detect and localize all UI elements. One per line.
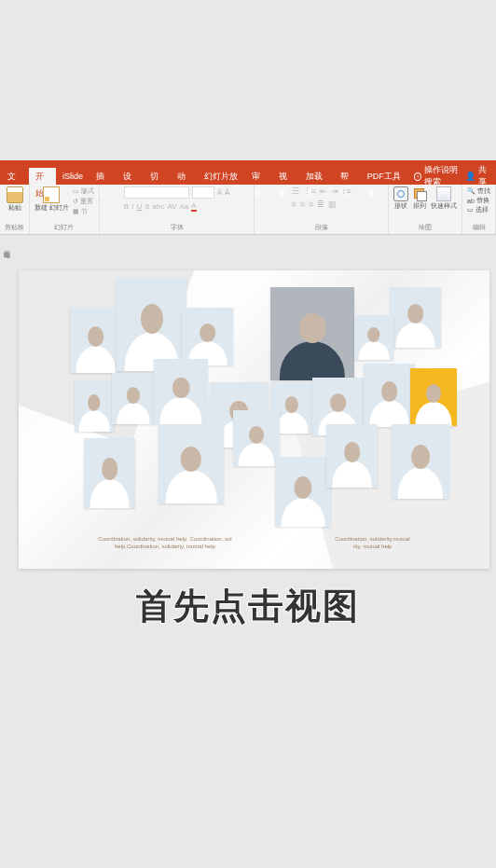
- font-size-select[interactable]: [192, 186, 214, 199]
- new-slide-button[interactable]: 新建 幻灯片: [34, 186, 69, 212]
- indent-inc-button[interactable]: ⇥: [331, 186, 338, 196]
- font-row-2: B I U S abc AV Aa A: [124, 201, 197, 212]
- indent-dec-button[interactable]: ⇤: [320, 186, 327, 196]
- slide-canvas[interactable]: Coordination, solidarity, mutual help. C…: [19, 270, 489, 569]
- caption-right: Coordination, solidarity,mutual rity, mu…: [335, 535, 409, 550]
- tab-home[interactable]: 开始: [29, 168, 56, 185]
- clipboard-group-label: 剪贴板: [5, 223, 24, 234]
- select-icon: ▭: [467, 206, 474, 214]
- workspace: 缩略图 ↖ Coordin: [0, 235, 496, 627]
- replace-icon: ab: [467, 198, 475, 204]
- tab-addins[interactable]: 加载项: [299, 168, 333, 185]
- font-color-button[interactable]: A: [191, 201, 196, 212]
- font-family-select[interactable]: [124, 186, 189, 199]
- shadow-button[interactable]: abc: [153, 202, 165, 211]
- group-slides: 新建 幻灯片 ▭版式 ↺重置 ▦节 幻灯片: [30, 185, 100, 234]
- slides-stack: ▭版式 ↺重置 ▦节: [73, 186, 94, 216]
- arrange-icon: [412, 186, 427, 201]
- select-button[interactable]: ▭选择: [467, 205, 490, 214]
- strike-button[interactable]: S: [145, 202, 149, 211]
- tab-help[interactable]: 帮助: [334, 168, 361, 185]
- shapes-button[interactable]: 形状: [393, 186, 408, 210]
- paste-label: 粘贴: [8, 204, 21, 212]
- tab-view[interactable]: 视图: [272, 168, 299, 185]
- tab-slideshow[interactable]: 幻灯片放映: [198, 168, 245, 185]
- search-icon: 🔍: [467, 187, 475, 195]
- photo-17[interactable]: [233, 410, 280, 466]
- tab-animations[interactable]: 动画: [171, 168, 198, 185]
- justify-button[interactable]: ≣: [317, 200, 324, 209]
- photo-20[interactable]: [392, 424, 449, 499]
- photo-7[interactable]: [75, 380, 114, 432]
- photo-1[interactable]: [70, 308, 121, 373]
- ribbon-tabs: 文件 开始 iSlide 插入 设计 切换 动画 幻灯片放映 审阅 视图 加载项…: [0, 168, 496, 185]
- align-right-button[interactable]: ≡: [309, 200, 313, 209]
- replace-button[interactable]: ab替换: [467, 196, 490, 205]
- shrink-font-icon[interactable]: Ǎ: [225, 188, 229, 197]
- video-subtitle: 首先点击视图: [0, 583, 496, 630]
- arrange-button[interactable]: 排列: [412, 186, 427, 210]
- italic-button[interactable]: I: [131, 202, 133, 211]
- group-font: Â Ǎ B I U S abc AV Aa A 字体: [100, 185, 255, 234]
- tab-insert[interactable]: 插入: [90, 168, 117, 185]
- signin-icon[interactable]: 👤: [465, 172, 475, 181]
- quickstyles-icon: [436, 186, 451, 201]
- font-group-label: 字体: [171, 223, 184, 234]
- photo-19[interactable]: [326, 424, 378, 488]
- tab-file[interactable]: 文件: [0, 168, 29, 185]
- numbering-button[interactable]: ⋮≡: [303, 186, 316, 196]
- photo-14[interactable]: [410, 368, 457, 426]
- bulb-icon: ♀: [414, 172, 421, 181]
- tab-transitions[interactable]: 切换: [144, 168, 171, 185]
- paragraph-group-label: 段落: [315, 223, 328, 234]
- para-row-1: ☰ ⋮≡ ⇤ ⇥ ↕≡: [292, 186, 351, 196]
- line-spacing-button[interactable]: ↕≡: [342, 186, 351, 196]
- slide-captions: Coordination, solidarity, mutual help. C…: [19, 535, 489, 550]
- tab-pdf[interactable]: PDF工具集: [361, 168, 408, 185]
- photo-5[interactable]: [390, 287, 441, 348]
- align-center-button[interactable]: ≡: [300, 200, 305, 209]
- new-slide-label: 新建 幻灯片: [34, 204, 69, 212]
- photo-15[interactable]: [84, 438, 135, 508]
- tab-review[interactable]: 审阅: [245, 168, 272, 185]
- clipboard-icon: [7, 186, 23, 203]
- photo-9[interactable]: [154, 359, 208, 424]
- align-left-button[interactable]: ≡: [292, 200, 296, 209]
- spacing-button[interactable]: AV: [167, 202, 176, 211]
- bullets-button[interactable]: ☰: [292, 186, 299, 196]
- grow-font-icon[interactable]: Â: [217, 188, 222, 197]
- tab-design[interactable]: 设计: [117, 168, 144, 185]
- caption-left: Coordination, solidarity, mutual help. C…: [98, 535, 231, 550]
- photo-4[interactable]: [270, 287, 354, 380]
- shapes-icon: [393, 186, 408, 201]
- columns-button[interactable]: ▥: [328, 200, 337, 209]
- ribbon-content: 粘贴 剪贴板 新建 幻灯片 ▭版式 ↺重置 ▦节 幻灯片: [0, 185, 496, 235]
- drawing-group-label: 绘图: [419, 223, 432, 234]
- para-row-2: ≡ ≡ ≡ ≣ ▥: [292, 200, 338, 209]
- photo-6[interactable]: [354, 315, 393, 360]
- group-editing: 🔍查找 ab替换 ▭选择 编辑: [462, 185, 496, 234]
- photo-16[interactable]: [158, 424, 224, 503]
- photo-2[interactable]: [117, 278, 186, 371]
- photo-13[interactable]: [364, 364, 415, 427]
- font-row-1: Â Ǎ: [124, 186, 229, 199]
- group-clipboard: 粘贴 剪贴板: [0, 185, 30, 234]
- powerpoint-window: 文件 开始 iSlide 插入 设计 切换 动画 幻灯片放映 审阅 视图 加载项…: [0, 160, 496, 627]
- editing-group-label: 编辑: [473, 223, 486, 234]
- section-button[interactable]: ▦节: [73, 207, 94, 216]
- quickstyles-button[interactable]: 快速样式: [431, 186, 457, 210]
- tab-islide[interactable]: iSlide: [56, 168, 90, 185]
- photo-8[interactable]: [112, 373, 154, 424]
- group-paragraph: ☰ ⋮≡ ⇤ ⇥ ↕≡ ≡ ≡ ≡ ≣ ▥ 段落: [255, 185, 389, 234]
- paste-button[interactable]: 粘贴: [7, 186, 23, 212]
- bold-button[interactable]: B: [124, 202, 129, 211]
- reset-button[interactable]: ↺重置: [73, 197, 94, 206]
- photo-18[interactable]: [275, 457, 331, 527]
- find-button[interactable]: 🔍查找: [467, 186, 490, 196]
- underline-button[interactable]: U: [136, 202, 142, 211]
- case-button[interactable]: Aa: [180, 202, 189, 211]
- layout-button[interactable]: ▭版式: [73, 186, 94, 196]
- group-drawing: 形状 排列 快速样式 绘图: [389, 185, 462, 234]
- new-slide-icon: [43, 186, 60, 203]
- photo-3[interactable]: [182, 308, 233, 365]
